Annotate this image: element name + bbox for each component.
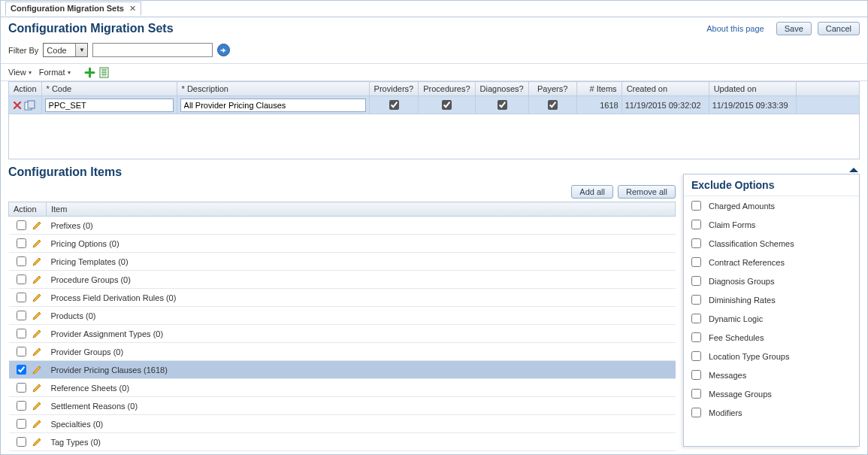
item-checkbox[interactable]	[17, 401, 26, 411]
list-item[interactable]: Process Field Derivation Rules (0)	[9, 289, 676, 307]
edit-icon[interactable]	[32, 437, 42, 447]
delete-row-icon[interactable]	[12, 100, 23, 111]
exclude-checkbox[interactable]	[691, 351, 701, 361]
exclude-checkbox[interactable]	[691, 257, 701, 267]
payers-checkbox[interactable]	[548, 100, 558, 110]
item-checkbox[interactable]	[17, 238, 26, 248]
description-input[interactable]	[180, 99, 366, 112]
item-checkbox[interactable]	[17, 311, 26, 320]
providers-checkbox[interactable]	[389, 100, 399, 110]
diagnoses-checkbox[interactable]	[498, 100, 507, 110]
list-item[interactable]: Pricing Templates (0)	[9, 253, 676, 271]
list-item[interactable]: Procedure Groups (0)	[9, 271, 676, 289]
exclude-option[interactable]: Charged Amounts	[684, 196, 859, 215]
item-checkbox[interactable]	[17, 365, 26, 375]
item-checkbox[interactable]	[17, 293, 26, 302]
col-item[interactable]: Item	[47, 202, 676, 217]
close-icon[interactable]: ✕	[129, 4, 136, 14]
list-item[interactable]: Titles (0)	[9, 451, 676, 456]
exclude-checkbox[interactable]	[691, 238, 701, 248]
exclude-option[interactable]: Claim Forms	[684, 215, 859, 234]
about-this-page-link[interactable]: About this page	[706, 24, 764, 33]
exclude-checkbox[interactable]	[691, 332, 701, 342]
edit-icon[interactable]	[32, 275, 42, 285]
exclude-checkbox[interactable]	[691, 389, 701, 399]
exclude-checkbox[interactable]	[691, 220, 701, 229]
col-items[interactable]: # Items	[576, 82, 622, 96]
col-providers[interactable]: Providers?	[369, 82, 419, 96]
exclude-option[interactable]: Classification Schemes	[684, 234, 859, 253]
item-checkbox[interactable]	[17, 347, 26, 356]
exclude-checkbox[interactable]	[691, 276, 701, 286]
procedures-checkbox[interactable]	[442, 100, 452, 110]
duplicate-row-icon[interactable]	[24, 100, 36, 111]
exclude-option[interactable]: Messages	[684, 366, 859, 384]
exclude-label: Claim Forms	[709, 220, 755, 229]
view-menu[interactable]: View▾	[8, 68, 32, 77]
edit-icon[interactable]	[32, 329, 42, 339]
edit-icon[interactable]	[32, 256, 42, 267]
col-created[interactable]: Created on	[622, 82, 709, 96]
list-item[interactable]: Provider Pricing Clauses (1618)	[9, 361, 676, 379]
exclude-checkbox[interactable]	[691, 201, 701, 211]
cancel-button[interactable]: Cancel	[818, 22, 860, 35]
filter-go-button[interactable]	[217, 44, 230, 56]
table-row[interactable]: 1618 11/19/2015 09:32:02 11/19/2015 09:3…	[9, 96, 860, 114]
exclude-option[interactable]: Fee Schedules	[684, 328, 859, 347]
exclude-option[interactable]: Dynamic Logic	[684, 309, 859, 328]
edit-icon[interactable]	[32, 238, 42, 249]
exclude-option[interactable]: Contract References	[684, 253, 859, 271]
exclude-option[interactable]: Diagnosis Groups	[684, 271, 859, 290]
edit-icon[interactable]	[32, 383, 42, 393]
list-item[interactable]: Provider Groups (0)	[9, 343, 676, 361]
list-item[interactable]: Prefixes (0)	[9, 217, 676, 235]
exclude-option[interactable]: Diminishing Rates	[684, 290, 859, 309]
export-button[interactable]	[98, 67, 110, 78]
edit-icon[interactable]	[32, 220, 42, 231]
item-checkbox[interactable]	[17, 437, 26, 447]
edit-icon[interactable]	[32, 311, 42, 321]
exclude-checkbox[interactable]	[691, 408, 701, 417]
save-button[interactable]: Save	[776, 22, 812, 35]
format-menu[interactable]: Format▾	[39, 68, 71, 77]
list-item[interactable]: Products (0)	[9, 307, 676, 325]
col-diagnoses[interactable]: Diagnoses?	[475, 82, 528, 96]
exclude-option[interactable]: Location Type Groups	[684, 347, 859, 366]
exclude-checkbox[interactable]	[691, 314, 701, 323]
edit-icon[interactable]	[32, 419, 42, 429]
add-all-button[interactable]: Add all	[571, 185, 613, 199]
col-description[interactable]: * Description	[177, 82, 369, 96]
remove-all-button[interactable]: Remove all	[618, 185, 676, 199]
list-item[interactable]: Provider Assignment Types (0)	[9, 325, 676, 343]
list-item[interactable]: Tag Types (0)	[9, 433, 676, 451]
item-checkbox[interactable]	[17, 329, 26, 338]
exclude-checkbox[interactable]	[691, 295, 701, 305]
list-item[interactable]: Pricing Options (0)	[9, 235, 676, 253]
code-input[interactable]	[45, 99, 174, 112]
edit-icon[interactable]	[32, 293, 42, 303]
item-checkbox[interactable]	[17, 419, 26, 429]
item-checkbox[interactable]	[17, 275, 26, 284]
svg-rect-3	[28, 101, 35, 108]
col-code[interactable]: * Code	[41, 82, 177, 96]
edit-icon[interactable]	[32, 401, 42, 411]
list-item[interactable]: Specialties (0)	[9, 415, 676, 433]
exclude-option[interactable]: Message Groups	[684, 384, 859, 403]
item-checkbox[interactable]	[17, 383, 26, 393]
tab-config-migration-sets[interactable]: Configuration Migration Sets ✕	[5, 2, 141, 16]
filter-value-input[interactable]	[92, 43, 213, 57]
add-row-button[interactable]	[84, 67, 95, 78]
exclude-options-list[interactable]: Charged AmountsClaim FormsClassification…	[684, 196, 859, 444]
exclude-option[interactable]: Modifiers	[684, 403, 859, 422]
edit-icon[interactable]	[32, 365, 42, 375]
col-updated[interactable]: Updated on	[709, 82, 796, 96]
edit-icon[interactable]	[32, 347, 42, 357]
item-checkbox[interactable]	[17, 256, 26, 266]
exclude-checkbox[interactable]	[691, 370, 701, 380]
col-procedures[interactable]: Procedures?	[419, 82, 475, 96]
list-item[interactable]: Reference Sheets (0)	[9, 379, 676, 397]
col-payers[interactable]: Payers?	[528, 82, 576, 96]
filter-field-select[interactable]: Code ▼	[43, 43, 88, 57]
item-checkbox[interactable]	[17, 220, 26, 230]
list-item[interactable]: Settlement Reasons (0)	[9, 397, 676, 415]
